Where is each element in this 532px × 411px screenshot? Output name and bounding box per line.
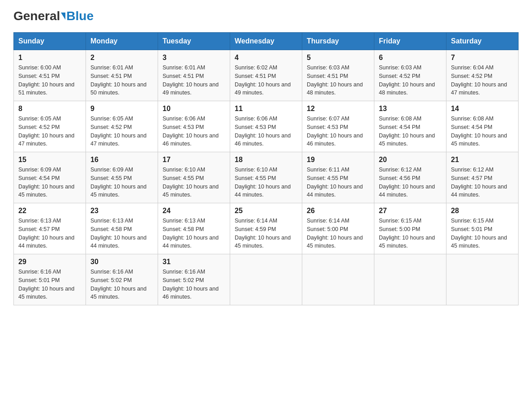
calendar-day: 1 Sunrise: 6:00 AM Sunset: 4:51 PM Dayli… xyxy=(14,50,86,101)
day-info: Sunrise: 6:01 AM Sunset: 4:51 PM Dayligh… xyxy=(90,64,153,97)
calendar-day: 30 Sunrise: 6:16 AM Sunset: 5:02 PM Dayl… xyxy=(86,254,158,305)
day-info: Sunrise: 6:00 AM Sunset: 4:51 PM Dayligh… xyxy=(18,64,81,97)
calendar-day: 12 Sunrise: 6:07 AM Sunset: 4:53 PM Dayl… xyxy=(302,101,374,152)
day-info: Sunrise: 6:01 AM Sunset: 4:51 PM Dayligh… xyxy=(163,64,225,97)
day-number: 26 xyxy=(307,207,369,215)
day-number: 5 xyxy=(307,54,369,62)
calendar-day: 18 Sunrise: 6:10 AM Sunset: 4:55 PM Dayl… xyxy=(230,152,302,203)
calendar-body: 1 Sunrise: 6:00 AM Sunset: 4:51 PM Dayli… xyxy=(14,50,519,305)
day-number: 29 xyxy=(18,258,81,266)
calendar-week-3: 15 Sunrise: 6:09 AM Sunset: 4:54 PM Dayl… xyxy=(14,152,519,203)
header-cell-thursday: Thursday xyxy=(302,33,374,50)
calendar-day: 31 Sunrise: 6:16 AM Sunset: 5:02 PM Dayl… xyxy=(158,254,230,305)
calendar-day xyxy=(230,254,302,305)
day-number: 10 xyxy=(163,105,225,113)
calendar-day: 19 Sunrise: 6:11 AM Sunset: 4:55 PM Dayl… xyxy=(302,152,374,203)
day-info: Sunrise: 6:06 AM Sunset: 4:53 PM Dayligh… xyxy=(235,115,297,148)
day-info: Sunrise: 6:11 AM Sunset: 4:55 PM Dayligh… xyxy=(307,166,369,199)
calendar-day: 23 Sunrise: 6:13 AM Sunset: 4:58 PM Dayl… xyxy=(86,203,158,254)
calendar-day: 24 Sunrise: 6:13 AM Sunset: 4:58 PM Dayl… xyxy=(158,203,230,254)
day-number: 21 xyxy=(451,156,514,164)
calendar-day: 21 Sunrise: 6:12 AM Sunset: 4:57 PM Dayl… xyxy=(446,152,519,203)
calendar-day xyxy=(302,254,374,305)
day-number: 9 xyxy=(90,105,153,113)
header-cell-tuesday: Tuesday xyxy=(158,33,230,50)
calendar-day: 27 Sunrise: 6:15 AM Sunset: 5:00 PM Dayl… xyxy=(374,203,446,254)
day-number: 19 xyxy=(307,156,369,164)
header-cell-saturday: Saturday xyxy=(446,33,519,50)
day-info: Sunrise: 6:08 AM Sunset: 4:54 PM Dayligh… xyxy=(379,115,442,148)
calendar-day: 3 Sunrise: 6:01 AM Sunset: 4:51 PM Dayli… xyxy=(158,50,230,101)
header-cell-wednesday: Wednesday xyxy=(230,33,302,50)
calendar-day xyxy=(446,254,519,305)
calendar-week-4: 22 Sunrise: 6:13 AM Sunset: 4:57 PM Dayl… xyxy=(14,203,519,254)
page-header: GeneralBlue Blue xyxy=(13,9,519,23)
day-info: Sunrise: 6:07 AM Sunset: 4:53 PM Dayligh… xyxy=(307,115,369,148)
day-number: 12 xyxy=(307,105,369,113)
day-info: Sunrise: 6:15 AM Sunset: 5:00 PM Dayligh… xyxy=(379,217,442,250)
day-number: 11 xyxy=(235,105,297,113)
day-info: Sunrise: 6:13 AM Sunset: 4:58 PM Dayligh… xyxy=(90,217,153,250)
logo-triangle-icon xyxy=(61,13,65,20)
day-info: Sunrise: 6:03 AM Sunset: 4:52 PM Dayligh… xyxy=(379,64,442,97)
calendar-day: 2 Sunrise: 6:01 AM Sunset: 4:51 PM Dayli… xyxy=(86,50,158,101)
day-number: 6 xyxy=(379,54,442,62)
day-number: 1 xyxy=(18,54,81,62)
calendar-week-1: 1 Sunrise: 6:00 AM Sunset: 4:51 PM Dayli… xyxy=(14,50,519,101)
day-number: 28 xyxy=(451,207,514,215)
calendar-week-5: 29 Sunrise: 6:16 AM Sunset: 5:01 PM Dayl… xyxy=(14,254,519,305)
day-number: 24 xyxy=(163,207,225,215)
calendar-day: 11 Sunrise: 6:06 AM Sunset: 4:53 PM Dayl… xyxy=(230,101,302,152)
day-number: 3 xyxy=(163,54,225,62)
calendar-day: 25 Sunrise: 6:14 AM Sunset: 4:59 PM Dayl… xyxy=(230,203,302,254)
calendar-day xyxy=(374,254,446,305)
day-info: Sunrise: 6:14 AM Sunset: 4:59 PM Dayligh… xyxy=(235,217,297,250)
calendar-day: 13 Sunrise: 6:08 AM Sunset: 4:54 PM Dayl… xyxy=(374,101,446,152)
day-info: Sunrise: 6:15 AM Sunset: 5:01 PM Dayligh… xyxy=(451,217,514,250)
day-info: Sunrise: 6:16 AM Sunset: 5:01 PM Dayligh… xyxy=(18,268,81,301)
day-number: 20 xyxy=(379,156,442,164)
calendar-day: 26 Sunrise: 6:14 AM Sunset: 5:00 PM Dayl… xyxy=(302,203,374,254)
day-number: 22 xyxy=(18,207,81,215)
calendar-day: 6 Sunrise: 6:03 AM Sunset: 4:52 PM Dayli… xyxy=(374,50,446,101)
day-number: 7 xyxy=(451,54,514,62)
calendar-table: SundayMondayTuesdayWednesdayThursdayFrid… xyxy=(13,32,519,305)
logo-blue-text: Blue xyxy=(66,9,94,23)
day-number: 23 xyxy=(90,207,153,215)
day-info: Sunrise: 6:06 AM Sunset: 4:53 PM Dayligh… xyxy=(163,115,225,148)
day-info: Sunrise: 6:10 AM Sunset: 4:55 PM Dayligh… xyxy=(163,166,225,199)
day-info: Sunrise: 6:13 AM Sunset: 4:57 PM Dayligh… xyxy=(18,217,81,250)
day-number: 17 xyxy=(163,156,225,164)
calendar-day: 14 Sunrise: 6:08 AM Sunset: 4:54 PM Dayl… xyxy=(446,101,519,152)
calendar-day: 15 Sunrise: 6:09 AM Sunset: 4:54 PM Dayl… xyxy=(14,152,86,203)
day-number: 18 xyxy=(235,156,297,164)
calendar-day: 22 Sunrise: 6:13 AM Sunset: 4:57 PM Dayl… xyxy=(14,203,86,254)
day-number: 2 xyxy=(90,54,153,62)
day-info: Sunrise: 6:09 AM Sunset: 4:55 PM Dayligh… xyxy=(90,166,153,199)
day-info: Sunrise: 6:08 AM Sunset: 4:54 PM Dayligh… xyxy=(451,115,514,148)
calendar-day: 9 Sunrise: 6:05 AM Sunset: 4:52 PM Dayli… xyxy=(86,101,158,152)
calendar-day: 10 Sunrise: 6:06 AM Sunset: 4:53 PM Dayl… xyxy=(158,101,230,152)
day-number: 14 xyxy=(451,105,514,113)
day-info: Sunrise: 6:05 AM Sunset: 4:52 PM Dayligh… xyxy=(90,115,153,148)
day-number: 13 xyxy=(379,105,442,113)
day-info: Sunrise: 6:12 AM Sunset: 4:57 PM Dayligh… xyxy=(451,166,514,199)
calendar-day: 17 Sunrise: 6:10 AM Sunset: 4:55 PM Dayl… xyxy=(158,152,230,203)
day-number: 30 xyxy=(90,258,153,266)
calendar-day: 4 Sunrise: 6:02 AM Sunset: 4:51 PM Dayli… xyxy=(230,50,302,101)
calendar-week-2: 8 Sunrise: 6:05 AM Sunset: 4:52 PM Dayli… xyxy=(14,101,519,152)
day-number: 27 xyxy=(379,207,442,215)
calendar-day: 28 Sunrise: 6:15 AM Sunset: 5:01 PM Dayl… xyxy=(446,203,519,254)
day-info: Sunrise: 6:16 AM Sunset: 5:02 PM Dayligh… xyxy=(163,268,225,301)
day-number: 16 xyxy=(90,156,153,164)
day-info: Sunrise: 6:02 AM Sunset: 4:51 PM Dayligh… xyxy=(235,64,297,97)
calendar-day: 16 Sunrise: 6:09 AM Sunset: 4:55 PM Dayl… xyxy=(86,152,158,203)
logo: GeneralBlue Blue xyxy=(13,9,94,23)
day-info: Sunrise: 6:14 AM Sunset: 5:00 PM Dayligh… xyxy=(307,217,369,250)
calendar-day: 7 Sunrise: 6:04 AM Sunset: 4:52 PM Dayli… xyxy=(446,50,519,101)
day-info: Sunrise: 6:16 AM Sunset: 5:02 PM Dayligh… xyxy=(90,268,153,301)
day-number: 15 xyxy=(18,156,81,164)
calendar-day: 5 Sunrise: 6:03 AM Sunset: 4:51 PM Dayli… xyxy=(302,50,374,101)
day-info: Sunrise: 6:13 AM Sunset: 4:58 PM Dayligh… xyxy=(163,217,225,250)
day-info: Sunrise: 6:04 AM Sunset: 4:52 PM Dayligh… xyxy=(451,64,514,97)
